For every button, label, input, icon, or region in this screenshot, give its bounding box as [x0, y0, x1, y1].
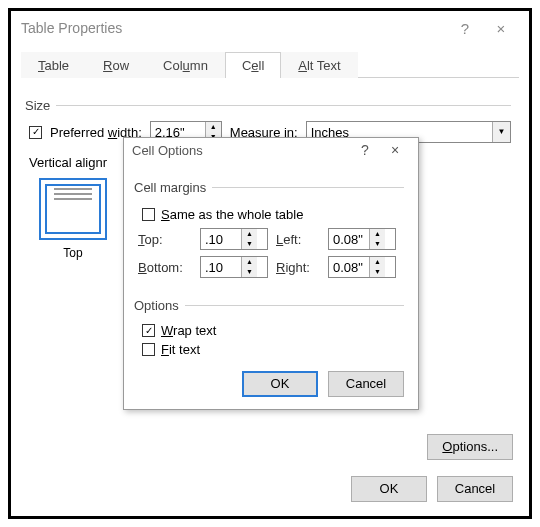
options-legend: Options [134, 298, 185, 313]
cell-margins-legend: Cell margins [134, 180, 212, 195]
margin-left-input[interactable] [329, 229, 369, 249]
spinner-down-icon[interactable]: ▼ [370, 267, 385, 277]
margin-top-input[interactable] [201, 229, 241, 249]
spinner-down-icon[interactable]: ▼ [242, 239, 257, 249]
margin-bottom-label: Bottom: [138, 260, 192, 275]
preferred-width-checkbox[interactable] [29, 126, 42, 139]
margin-right-label: Right: [276, 260, 320, 275]
options-group: Options Wrap text Fit text [138, 298, 404, 361]
fit-text-label: Fit text [161, 342, 200, 357]
spinner-down-icon[interactable]: ▼ [370, 239, 385, 249]
ok-button[interactable]: OK [351, 476, 427, 502]
margin-bottom-input[interactable] [201, 257, 241, 277]
dialog-title: Table Properties [21, 20, 447, 36]
cell-options-cancel-button[interactable]: Cancel [328, 371, 404, 397]
size-legend: Size [25, 98, 56, 113]
tab-column[interactable]: Column [146, 52, 225, 78]
tab-cell[interactable]: Cell [225, 52, 281, 78]
cell-options-title: Cell Options [132, 143, 350, 158]
margin-right-spinner[interactable]: ▲▼ [328, 256, 396, 278]
margin-bottom-spinner[interactable]: ▲▼ [200, 256, 268, 278]
cell-margins-group: Cell margins Same as the whole table Top… [138, 180, 404, 288]
margin-top-label: Top: [138, 232, 192, 247]
fit-text-checkbox[interactable] [142, 343, 155, 356]
spinner-up-icon[interactable]: ▲ [242, 229, 257, 239]
cell-options-titlebar: Cell Options ? × [124, 138, 418, 162]
margin-right-input[interactable] [329, 257, 369, 277]
same-as-table-checkbox[interactable] [142, 208, 155, 221]
close-button[interactable]: × [483, 20, 519, 37]
spinner-up-icon[interactable]: ▲ [242, 257, 257, 267]
same-as-table-label: Same as the whole table [161, 207, 303, 222]
table-properties-dialog: Table Properties ? × Table Row Column Ce… [8, 8, 532, 519]
titlebar: Table Properties ? × [11, 11, 529, 45]
spinner-up-icon[interactable]: ▲ [370, 229, 385, 239]
cell-options-help-button[interactable]: ? [350, 142, 380, 158]
spinner-down-icon[interactable]: ▼ [242, 267, 257, 277]
align-top-label: Top [39, 246, 107, 260]
margin-left-spinner[interactable]: ▲▼ [328, 228, 396, 250]
cell-options-ok-button[interactable]: OK [242, 371, 318, 397]
wrap-text-checkbox[interactable] [142, 324, 155, 337]
tab-alttext[interactable]: Alt Text [281, 52, 357, 78]
tab-strip: Table Row Column Cell Alt Text [21, 51, 519, 78]
align-top-option[interactable] [39, 178, 107, 240]
vertical-alignment-label: Vertical alignr [29, 155, 107, 170]
align-top-preview-icon [45, 184, 101, 234]
spinner-up-icon[interactable]: ▲ [370, 257, 385, 267]
cell-options-dialog: Cell Options ? × Cell margins Same as th… [123, 137, 419, 410]
tab-row[interactable]: Row [86, 52, 146, 78]
help-button[interactable]: ? [447, 20, 483, 37]
spinner-up-icon[interactable]: ▲ [206, 122, 221, 132]
options-button[interactable]: Options... [427, 434, 513, 460]
wrap-text-label: Wrap text [161, 323, 216, 338]
chevron-down-icon[interactable]: ▼ [492, 122, 510, 142]
cell-options-close-button[interactable]: × [380, 142, 410, 158]
margin-top-spinner[interactable]: ▲▼ [200, 228, 268, 250]
margin-left-label: Left: [276, 232, 320, 247]
cancel-button[interactable]: Cancel [437, 476, 513, 502]
tab-table[interactable]: Table [21, 52, 86, 78]
